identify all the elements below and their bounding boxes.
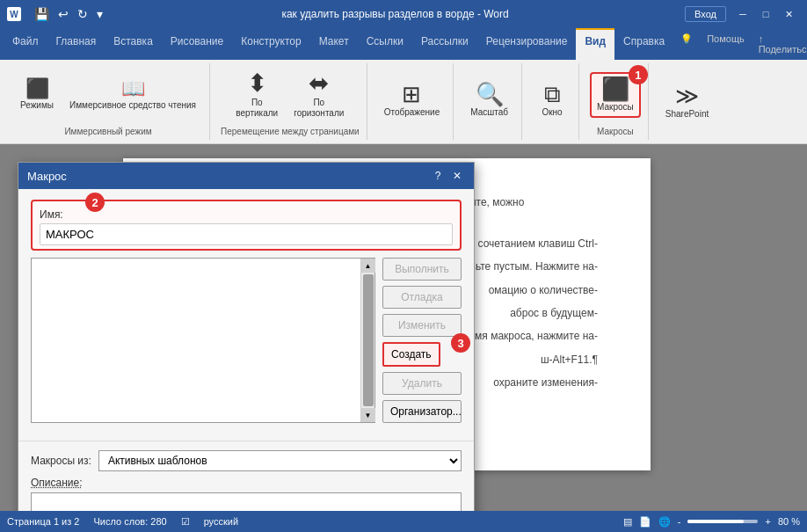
modes-label: Режимы [20, 100, 54, 111]
maximize-button[interactable]: □ [754, 4, 777, 24]
zoom-slider[interactable] [687, 520, 758, 523]
title-bar-left: W 💾 ↩ ↻ ▾ [7, 5, 105, 23]
display-buttons: ⊞ Отображение [378, 67, 447, 133]
step-2-circle: 2 [85, 193, 105, 212]
status-bar: Страница 1 из 2 Число слов: 280 ☑ русски… [0, 511, 807, 532]
tab-mailings[interactable]: Рассылки [412, 28, 477, 60]
modes-icon: ⬛ [25, 79, 49, 98]
scroll-thumb[interactable] [363, 274, 374, 406]
sharepoint-label: SharePoint [665, 109, 709, 120]
movement-buttons: ⬍ Повертикали ⬌ Погоризонтали [229, 67, 350, 123]
sharepoint-buttons: ≫ SharePoint [659, 67, 715, 136]
window-icon: ⧉ [544, 83, 561, 106]
immersive-buttons: ⬛ Режимы 📖 Иммерсивное средство чтения [14, 67, 202, 123]
window-controls: ─ □ ✕ [731, 4, 800, 24]
debug-button[interactable]: Отладка [382, 286, 462, 309]
minimize-button[interactable]: ─ [731, 4, 754, 24]
view-normal-icon[interactable]: ▤ [623, 516, 632, 528]
modes-button[interactable]: ⬛ Режимы [14, 75, 60, 115]
qa-dropdown-button[interactable]: ▾ [94, 5, 105, 23]
macros-group-label: Макросы [597, 127, 634, 136]
create-button[interactable]: Создать [382, 342, 440, 367]
zoom-label: Масштаб [470, 107, 508, 118]
status-left: Страница 1 из 2 Число слов: 280 ☑ русски… [7, 516, 238, 528]
display-label: Отображение [384, 107, 440, 118]
organizer-button[interactable]: Организатор... [382, 400, 462, 423]
display-icon: ⊞ [402, 83, 421, 106]
zoom-track [687, 520, 758, 523]
immersive-reader-icon: 📖 [121, 79, 145, 98]
create-btn-wrap: Создать 3 [382, 342, 462, 367]
dialog-title-controls: ? ✕ [430, 168, 465, 184]
dialog-main-area: ▲ ▼ Выполнить Отладка Изменить Создать [31, 258, 462, 423]
dialog-close-button[interactable]: ✕ [449, 168, 465, 184]
name-field-label: Имя: [40, 208, 453, 221]
save-button[interactable]: 💾 [32, 5, 52, 23]
horizontal-button[interactable]: ⬌ Погоризонтали [287, 67, 350, 123]
view-web-icon[interactable]: 🌐 [658, 516, 671, 528]
list-scrollbar[interactable]: ▲ ▼ [360, 259, 374, 422]
title-bar-right: Вход ─ □ ✕ [685, 4, 800, 24]
step-1-circle: 1 [629, 65, 648, 84]
macros-from-label: Макросы из: [31, 455, 91, 467]
ribbon-group-immersive: ⬛ Режимы 📖 Иммерсивное средство чтения И… [7, 63, 210, 140]
edit-button[interactable]: Изменить [382, 314, 462, 337]
zoom-minus[interactable]: - [678, 516, 681, 527]
zoom-buttons: 🔍 Масштаб [464, 67, 514, 133]
sharepoint-button[interactable]: ≫ SharePoint [659, 80, 715, 124]
macros-label: Макросы [597, 102, 634, 113]
movement-group-label: Перемещение между страницами [221, 127, 360, 136]
dialog-help-button[interactable]: ? [430, 168, 446, 184]
macros-from-select[interactable]: Активных шаблонов [98, 450, 462, 471]
macros-icon: ⬛ [601, 77, 629, 100]
macro-name-input[interactable] [40, 223, 453, 245]
window-title: как удалить разрывы разделов в ворде - W… [105, 8, 685, 20]
dialog-overlay: Макрос ? ✕ 2 Имя: [0, 144, 807, 511]
horizontal-icon: ⬌ [309, 71, 329, 96]
immersive-reader-label: Иммерсивное средство чтения [69, 100, 196, 111]
macro-dialog: Макрос ? ✕ 2 Имя: [18, 162, 475, 511]
share-button[interactable]: ↑ Поделиться [752, 28, 807, 60]
tab-insert[interactable]: Вставка [105, 28, 162, 60]
ribbon-group-zoom: 🔍 Масштаб [457, 63, 522, 140]
tab-draw[interactable]: Рисование [162, 28, 232, 60]
zoom-fill [687, 520, 744, 523]
window-label: Окно [542, 107, 562, 118]
view-reading-icon[interactable]: 📄 [639, 516, 651, 528]
immersive-reader-button[interactable]: 📖 Иммерсивное средство чтения [63, 75, 202, 115]
vertical-button[interactable]: ⬍ Повертикали [229, 67, 284, 123]
macros-btn-wrap: ⬛ Макросы 1 [590, 72, 641, 118]
tab-layout[interactable]: Макет [310, 28, 358, 60]
tab-references[interactable]: Ссылки [358, 28, 412, 60]
title-bar: W 💾 ↩ ↻ ▾ как удалить разрывы разделов в… [0, 0, 807, 28]
tab-view[interactable]: Вид [576, 28, 614, 60]
run-button[interactable]: Выполнить [382, 258, 462, 281]
ribbon-group-macros: ⬛ Макросы 1 Макросы [583, 63, 649, 140]
scroll-down-arrow[interactable]: ▼ [361, 408, 375, 422]
tab-design[interactable]: Конструктор [232, 28, 309, 60]
dialog-title: Макрос [27, 170, 67, 183]
tab-help[interactable]: Справка [614, 28, 673, 60]
delete-button[interactable]: Удалить [382, 372, 462, 395]
macro-list: ▲ ▼ [31, 258, 375, 423]
close-button[interactable]: ✕ [777, 4, 800, 24]
sign-in-button[interactable]: Вход [685, 6, 726, 22]
help-button[interactable]: Помощь [700, 28, 752, 60]
tab-file[interactable]: Файл [4, 28, 47, 60]
help-icon-button[interactable]: 💡 [673, 28, 700, 60]
main-window: W 💾 ↩ ↻ ▾ как удалить разрывы разделов в… [0, 0, 807, 532]
scroll-up-arrow[interactable]: ▲ [361, 259, 375, 273]
zoom-plus[interactable]: + [765, 516, 770, 527]
word-app-icon: W [7, 7, 21, 21]
zoom-percent: 80 % [778, 516, 800, 527]
dialog-footer: Макросы из: Активных шаблонов Описание: … [18, 441, 474, 511]
tab-review[interactable]: Рецензирование [477, 28, 577, 60]
window-button[interactable]: ⧉ Окно [533, 78, 571, 122]
description-textarea[interactable] [31, 492, 462, 511]
display-button[interactable]: ⊞ Отображение [378, 78, 447, 122]
sharepoint-icon: ≫ [675, 84, 699, 107]
undo-button[interactable]: ↩ [55, 5, 71, 23]
zoom-button[interactable]: 🔍 Масштаб [464, 78, 514, 122]
tab-home[interactable]: Главная [47, 28, 105, 60]
redo-button[interactable]: ↻ [75, 5, 91, 23]
